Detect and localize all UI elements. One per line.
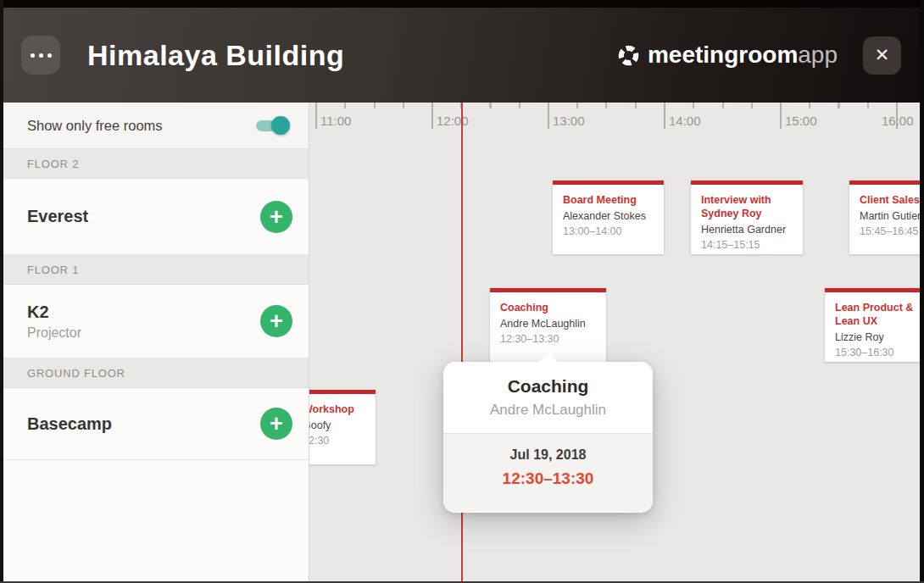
logo-text: meetingroomapp: [648, 42, 838, 69]
event-person: Andre McLaughlin: [500, 317, 596, 330]
event-title: Client Sales C: [860, 193, 921, 207]
event-title: Interview with Sydney Roy: [701, 193, 793, 220]
event-card-board-meeting[interactable]: Board Meeting Alexander Stokes 13:00–14:…: [553, 180, 664, 254]
hour-label: 15:00: [785, 114, 817, 128]
event-time: 15:45–16:45: [860, 225, 921, 238]
event-card-client-sales[interactable]: Client Sales C Martin Gutier 15:45–16:45: [849, 180, 921, 254]
free-rooms-filter-row: Show only free rooms: [3, 103, 309, 149]
frame-border-right: [920, 0, 924, 583]
event-card-workshop[interactable]: Workshop Goofy 12:30: [309, 390, 376, 464]
event-person: Alexander Stokes: [563, 209, 654, 223]
hour-label: 14:00: [669, 114, 701, 128]
hour-tick: [664, 103, 665, 129]
event-detail-popup[interactable]: Coaching Andre McLaughlin Jul 19, 2018 1…: [443, 362, 653, 513]
room-row-k2[interactable]: K2 Projector +: [3, 285, 309, 358]
header-bar: Himalaya Building meetingroomapp ✕: [0, 8, 924, 103]
ground-floor-section-header: GROUND FLOOR: [3, 358, 309, 388]
hour-tick: [780, 103, 782, 129]
free-rooms-toggle[interactable]: [256, 115, 290, 136]
hour-tick: [548, 103, 549, 129]
popup-event-title: Coaching: [443, 362, 653, 397]
hour-tick: [315, 103, 317, 129]
hour-label: 11:00: [320, 114, 351, 128]
frame-border-top: [0, 0, 924, 8]
ellipsis-icon: [39, 53, 43, 58]
filter-label: Show only free rooms: [27, 118, 256, 134]
event-person: Lizzie Roy: [835, 330, 921, 344]
event-title: Board Meeting: [563, 193, 654, 207]
add-booking-button-everest[interactable]: +: [260, 201, 292, 233]
event-title: Lean Product & Lean UX: [835, 301, 921, 328]
floor-2-section-header: FLOOR 2: [3, 149, 309, 179]
hour-label: 16:00: [882, 114, 914, 128]
building-title: Himalaya Building: [87, 39, 344, 72]
logo-text-bold: meetingroom: [648, 42, 798, 68]
toggle-knob: [271, 116, 290, 135]
menu-button[interactable]: [21, 36, 60, 75]
room-name: Basecamp: [27, 414, 260, 434]
logo-ring-icon: [617, 44, 640, 67]
add-booking-button-k2[interactable]: +: [260, 305, 292, 337]
room-name: K2: [27, 303, 260, 322]
event-title: Coaching: [500, 301, 596, 314]
schedule-timeline[interactable]: 11:00 12:00 13:00 14:00 15:00 16:00 Boar…: [309, 103, 921, 581]
room-name: Everest: [27, 207, 260, 226]
hour-label: 12:00: [437, 114, 469, 128]
event-title: Workshop: [309, 403, 365, 416]
event-time: 13:00–14:00: [563, 225, 654, 238]
frame-border-left: [0, 0, 3, 583]
event-person: Henrietta Gardner: [701, 223, 793, 236]
floor-1-section-header: FLOOR 1: [3, 255, 309, 285]
add-booking-button-basecamp[interactable]: +: [260, 408, 292, 440]
ellipsis-icon: [31, 53, 35, 58]
room-equipment: Projector: [27, 325, 260, 341]
event-time: 12:30–13:30: [500, 332, 596, 346]
close-button[interactable]: ✕: [863, 36, 901, 75]
meetingroomapp-window: Himalaya Building meetingroomapp ✕ Show …: [0, 0, 924, 583]
meetingroomapp-logo: meetingroomapp: [617, 42, 838, 69]
event-card-lean-product[interactable]: Lean Product & Lean UX Lizzie Roy 15:30–…: [825, 288, 921, 362]
event-person: Martin Gutier: [860, 209, 921, 223]
event-card-interview[interactable]: Interview with Sydney Roy Henrietta Gard…: [691, 180, 803, 254]
event-time: 15:30–16:30: [835, 346, 921, 359]
room-row-everest[interactable]: Everest +: [3, 179, 309, 255]
popup-event-date: Jul 19, 2018: [443, 434, 653, 463]
event-time: 14:15–15:15: [701, 238, 793, 252]
event-time: 12:30: [309, 434, 365, 447]
event-person: Goofy: [309, 419, 365, 432]
rooms-sidebar: Show only free rooms FLOOR 2 Everest + F…: [3, 103, 309, 581]
ellipsis-icon: [47, 53, 52, 58]
popup-arrow: [538, 353, 559, 363]
room-row-basecamp[interactable]: Basecamp +: [3, 388, 309, 460]
hour-tick: [431, 103, 433, 129]
logo-text-light: app: [798, 42, 838, 68]
popup-event-person: Andre McLaughlin: [443, 402, 653, 419]
popup-event-time: 12:30–13:30: [443, 469, 653, 488]
quarter-hour-ticks: [315, 103, 921, 108]
hour-label: 13:00: [553, 114, 585, 128]
